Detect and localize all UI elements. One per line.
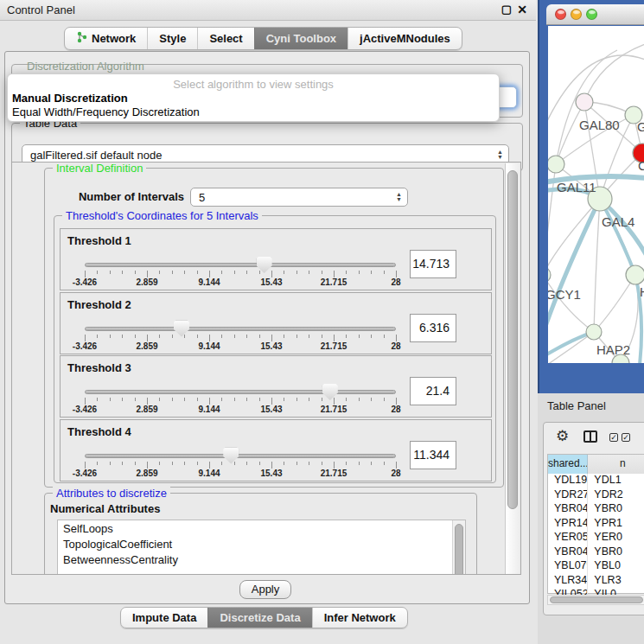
tick-mark — [110, 462, 111, 465]
attribute-item-selfloops[interactable]: SelfLoops — [58, 520, 465, 536]
network-node[interactable] — [626, 265, 644, 284]
table-hscrollbar[interactable] — [547, 595, 644, 605]
threshold-slider[interactable] — [85, 390, 396, 394]
tick-mark — [221, 271, 222, 274]
apply-row: Apply — [11, 576, 521, 603]
tick-mark — [246, 462, 247, 465]
column-header-n[interactable]: n — [588, 455, 644, 474]
tick-mark — [221, 335, 222, 338]
tick-mark — [135, 271, 136, 274]
tick-mark — [384, 462, 385, 465]
tab-cyni-toolbox[interactable]: Cyni Toolbox — [254, 28, 348, 49]
tick-mark — [371, 271, 372, 274]
tick-mark — [85, 462, 86, 469]
columns-icon[interactable] — [583, 430, 597, 443]
table-cell: YDL1 — [588, 474, 644, 488]
attributes-list-scrollbar-thumb[interactable] — [455, 524, 463, 575]
tick-mark — [234, 271, 235, 274]
network-node[interactable] — [548, 156, 564, 173]
column-header-shared[interactable]: shared... — [548, 455, 588, 474]
table-row[interactable]: YBR043CYBR0 — [548, 502, 644, 517]
settings-scrollbar-thumb[interactable] — [507, 170, 518, 509]
checkbox-icon[interactable]: ✓ — [622, 433, 630, 442]
tick-label: 9.144 — [198, 341, 220, 351]
algorithm-option-manual-discretization[interactable]: Manual Discretization — [8, 91, 499, 105]
node-label: GAL4 — [602, 214, 634, 229]
network-edge[interactable] — [594, 199, 600, 332]
tick-mark — [334, 335, 335, 341]
close-light-icon[interactable] — [555, 9, 566, 20]
tab-infer-network[interactable]: Infer Network — [312, 608, 407, 628]
settings-scrollbar[interactable] — [505, 163, 520, 575]
table-row[interactable]: YLR345WYLR3 — [548, 574, 644, 589]
apply-button[interactable]: Apply — [239, 580, 291, 599]
table-row[interactable]: YPR145WYPR1 — [548, 517, 644, 532]
tick-mark — [284, 335, 284, 338]
tick-mark — [147, 462, 148, 469]
network-edge-highlight[interactable] — [548, 199, 600, 344]
threshold-value-field[interactable]: 11.344 — [410, 441, 456, 469]
threshold-label: Threshold 2 — [67, 298, 131, 311]
attribute-item-betweennesscentrality[interactable]: BetweennessCentrality — [58, 552, 465, 567]
tick-label: 2.859 — [136, 277, 157, 287]
tick-mark — [184, 271, 185, 274]
table-hscrollbar-thumb[interactable] — [550, 596, 643, 603]
algorithm-option-equal-width-frequency-discretization[interactable]: Equal Width/Frequency Discretization — [8, 105, 499, 118]
table-cell: YDL19... — [548, 474, 588, 488]
threshold-panel-4: Threshold 4-3.4262.8599.14415.4321.71528… — [60, 419, 492, 481]
tab-label: Infer Network — [324, 611, 396, 624]
table-cell: YER054C — [548, 531, 588, 545]
gear-icon[interactable]: ⚙ — [556, 427, 569, 445]
tick-label: 2.859 — [136, 405, 157, 414]
tick-mark — [184, 398, 185, 401]
zoom-light-icon[interactable] — [586, 9, 597, 20]
tab-jactivemnodules[interactable]: jActiveMNodules — [348, 28, 462, 49]
table-row[interactable]: YDR27...YDR2 — [548, 488, 644, 503]
tick-label: -3.426 — [73, 469, 97, 478]
number-of-intervals-spinner[interactable]: 5 ▲▼ — [190, 188, 408, 207]
threshold-slider[interactable] — [85, 327, 396, 331]
threshold-value-field[interactable]: 14.713 — [410, 250, 456, 278]
tab-impute-data[interactable]: Impute Data — [121, 608, 207, 628]
tick-mark — [271, 398, 272, 405]
tick-mark — [147, 271, 148, 277]
tick-mark — [122, 398, 123, 401]
node-table[interactable]: shared...n YDL19...YDL1YDR27...YDR2YBR04… — [547, 454, 644, 594]
numerical-attributes-list[interactable]: SelfLoopsTopologicalCoefficientBetweenne… — [57, 520, 466, 575]
attribute-item-topologicalcoefficient[interactable]: TopologicalCoefficient — [58, 536, 465, 552]
threshold-slider[interactable] — [85, 454, 396, 458]
tick-label: 21.715 — [321, 341, 348, 351]
table-cell: YER0 — [588, 531, 644, 545]
minimize-light-icon[interactable] — [571, 9, 582, 20]
threshold-slider[interactable] — [85, 263, 396, 267]
network-node[interactable] — [576, 93, 593, 111]
network-node[interactable] — [548, 267, 551, 283]
network-edge[interactable] — [594, 275, 635, 332]
table-row[interactable]: YBR045CYBR0 — [548, 545, 644, 560]
attributes-list-scrollbar[interactable] — [452, 520, 465, 575]
node-label: GAL11 — [557, 180, 596, 194]
close-icon[interactable]: ✕ — [517, 3, 527, 16]
network-node[interactable] — [586, 324, 602, 340]
tick-mark — [135, 335, 136, 338]
tab-discretize-data[interactable]: Discretize Data — [207, 608, 311, 628]
network-edge[interactable] — [548, 332, 594, 363]
tick-mark — [359, 398, 360, 401]
tick-mark — [259, 398, 260, 401]
table-cell: YBR043C — [548, 502, 588, 517]
attributes-group-title: Attributes to discretize — [53, 487, 170, 500]
tab-select[interactable]: Select — [197, 28, 253, 49]
table-row[interactable]: YDL19...YDL1 — [548, 474, 644, 488]
tick-mark — [110, 335, 111, 338]
tick-mark — [334, 462, 335, 469]
threshold-value-field[interactable]: 6.316 — [410, 314, 456, 342]
table-row[interactable]: YBL079WYBL0 — [548, 559, 644, 574]
tab-network[interactable]: Network — [65, 28, 147, 49]
threshold-panel-1: Threshold 1-3.4262.8599.14415.4321.71528… — [60, 228, 492, 290]
tab-style[interactable]: Style — [147, 28, 197, 49]
network-canvas[interactable]: GAL80GACGAL11GAL4GCY1HHAP2 — [548, 26, 644, 363]
table-row[interactable]: YER054CYER0 — [548, 531, 644, 545]
checkbox-icon[interactable]: ✓ — [609, 433, 618, 442]
threshold-value-field[interactable]: 21.4 — [410, 377, 456, 405]
float-window-icon[interactable]: ▢ — [501, 3, 512, 16]
